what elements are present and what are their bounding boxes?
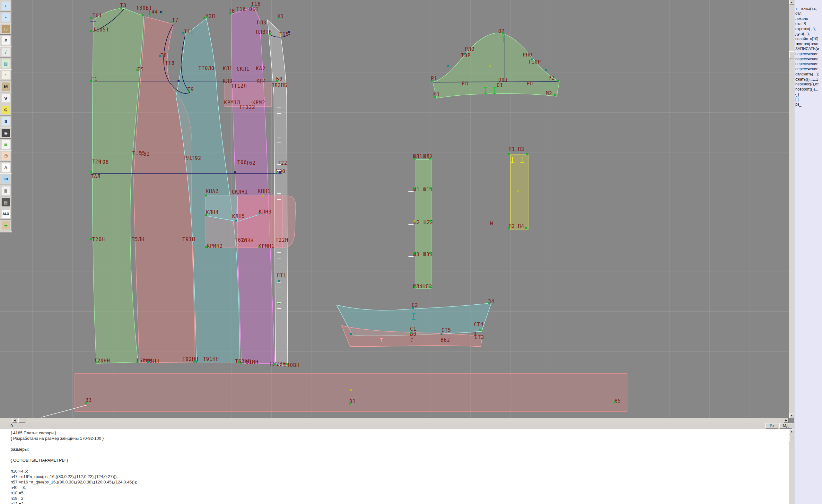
point-label: Т52 bbox=[140, 152, 150, 157]
scroll-up-icon[interactable]: ▲ bbox=[789, 0, 794, 5]
garment-sketch-icon[interactable]: Λ bbox=[0, 162, 12, 173]
tick-mark bbox=[408, 191, 414, 192]
point-marker bbox=[238, 361, 240, 363]
point-label: СТ5 bbox=[441, 328, 451, 333]
function-list-item[interactable]: сжать(()...1.1 bbox=[795, 77, 818, 81]
function-list-item[interactable]: ЗАПИСАТЬ(и bbox=[795, 47, 819, 51]
status-value: 0 bbox=[11, 424, 13, 428]
program-text-panel[interactable]: { 4165 Платье сафари }{ Разработано на р… bbox=[0, 429, 789, 504]
code-line: п18:=5; bbox=[11, 491, 25, 495]
point-marker bbox=[545, 69, 547, 71]
point-marker bbox=[429, 252, 431, 254]
point-label: ПЛ2ПБ bbox=[271, 83, 287, 88]
point-label: ПТ1 bbox=[277, 274, 287, 278]
grade-g-icon[interactable]: G bbox=[0, 104, 12, 115]
point-label: ВБ2 bbox=[441, 338, 450, 343]
function-list-item[interactable]: лекало bbox=[795, 16, 808, 21]
function-list-item[interactable]: пересечение bbox=[795, 57, 818, 61]
spec-table-icon[interactable]: ≡ bbox=[0, 139, 12, 150]
scroll-down-icon[interactable]: ▼ bbox=[789, 413, 794, 418]
3d-view-icon[interactable]: 3D bbox=[0, 173, 12, 185]
text-document-icon[interactable]: ≣ bbox=[0, 185, 12, 196]
point-marker bbox=[350, 333, 352, 335]
clear-icon[interactable]: → bbox=[0, 219, 12, 231]
point-marker bbox=[350, 389, 352, 391]
point-marker bbox=[90, 171, 92, 173]
zoom-in-icon[interactable]: + bbox=[0, 0, 12, 12]
image-icon: ▨ bbox=[2, 59, 10, 68]
scroll-right-icon[interactable]: ▶ bbox=[784, 418, 789, 423]
function-list-item[interactable]: = bbox=[795, 1, 798, 6]
canvas-vscrollbar[interactable]: ▲ ▼ bbox=[789, 0, 794, 418]
image-icon[interactable]: ▨ bbox=[0, 58, 12, 69]
point-marker bbox=[414, 252, 415, 254]
canvas-vscroll-thumb[interactable] bbox=[789, 51, 794, 58]
ibeam-mark bbox=[277, 303, 281, 309]
mode-md-button[interactable]: Мд bbox=[779, 423, 792, 429]
compass-icon[interactable]: V bbox=[0, 92, 12, 104]
point-marker bbox=[90, 238, 92, 240]
point-label: Т63Н bbox=[241, 238, 254, 243]
ruler-8-icon[interactable]: 8 bbox=[0, 115, 12, 127]
point-marker bbox=[120, 7, 122, 9]
piece-preview-icon[interactable]: ○ bbox=[0, 23, 12, 35]
canvas-hscrollbar[interactable]: ◀ ▶ bbox=[0, 418, 789, 423]
piece-pocket[interactable] bbox=[510, 155, 528, 229]
code-scroll-up-icon[interactable]: ▲ bbox=[789, 429, 794, 434]
scroll-left-icon[interactable]: ◀ bbox=[12, 418, 17, 423]
function-list-item[interactable]: [ ] bbox=[795, 97, 799, 101]
x-point-marker: × bbox=[277, 16, 279, 20]
model-photo-icon[interactable]: ☺ bbox=[0, 150, 12, 162]
point-marker bbox=[508, 153, 510, 155]
function-list-item[interactable]: отложить(,..); bbox=[795, 72, 819, 76]
point-marker bbox=[429, 220, 431, 222]
piece-outline-icon[interactable]: ◜ bbox=[0, 69, 12, 81]
model-photo-icon: ☺ bbox=[2, 152, 10, 160]
function-list-item[interactable]: перенос((),от bbox=[795, 82, 819, 86]
point-label: Т66 bbox=[237, 160, 247, 165]
code-vscroll-thumb[interactable] bbox=[789, 435, 794, 441]
function-list-item[interactable]: пересечение bbox=[795, 62, 818, 66]
point-marker bbox=[159, 55, 161, 57]
function-list-item[interactable]: :=метка(точк bbox=[795, 42, 818, 46]
tick-mark bbox=[408, 256, 414, 257]
function-list-item[interactable]: { } bbox=[795, 92, 799, 97]
function-list-item[interactable]: пересечение bbox=[795, 67, 818, 71]
function-list-item[interactable]: т:=точка(т.х; bbox=[795, 6, 817, 11]
point-label: Ш33 bbox=[423, 252, 433, 257]
point-marker bbox=[279, 171, 281, 173]
point-label: Т62 bbox=[246, 161, 256, 166]
point-marker bbox=[479, 329, 481, 331]
point-marker bbox=[531, 58, 533, 60]
function-list-item[interactable]: отрезок( , ); bbox=[795, 27, 816, 31]
function-list-item[interactable]: отл bbox=[795, 11, 801, 16]
code-vscrollbar[interactable]: ▲ bbox=[789, 429, 794, 504]
point-marker bbox=[288, 31, 290, 33]
print-icon[interactable]: ▤ bbox=[0, 196, 12, 208]
point-label: Т105Т bbox=[93, 28, 109, 32]
drafting-canvas[interactable]: Т3Т30БТТ44Т01Т105ТТ7Т5Т8ТТ8Т9Т11Г1Х2ПТ6Т… bbox=[0, 0, 789, 418]
function-list-item[interactable]: дуга(,..); bbox=[795, 31, 810, 36]
function-list-item[interactable]: рз_ bbox=[795, 102, 801, 107]
function-list-item[interactable]: отл_В bbox=[795, 21, 806, 26]
pattern-cad-window: Т3Т30БТТ44Т01Т105ТТ7Т5Т8ТТ8Т9Т11Г1Х2ПТ6Т… bbox=[0, 0, 822, 504]
function-list-item[interactable]: сплайн_к[10] bbox=[795, 37, 818, 41]
function-list-item[interactable]: пересечение bbox=[795, 52, 818, 56]
piece-m-icon[interactable]: M bbox=[0, 81, 12, 92]
point-label: РП bbox=[526, 81, 533, 86]
alg-document-icon[interactable]: ALG bbox=[0, 208, 12, 219]
function-list-item[interactable]: поворот(())... bbox=[795, 87, 818, 91]
grid-icon[interactable]: # bbox=[0, 35, 12, 46]
piece-belt[interactable] bbox=[75, 373, 627, 412]
point-marker bbox=[429, 187, 431, 189]
zoom-out-icon[interactable]: - bbox=[0, 12, 12, 23]
point-marker bbox=[90, 17, 92, 19]
point-label: Т92 bbox=[192, 156, 201, 161]
point-marker bbox=[188, 90, 190, 92]
canvas-hscroll-thumb[interactable] bbox=[18, 418, 25, 423]
point-label: Т55НН bbox=[143, 359, 159, 364]
measure-icon[interactable]: ∕ bbox=[0, 46, 12, 58]
camera-icon[interactable]: ◉ bbox=[0, 127, 12, 139]
mode-rz-button[interactable]: Рз bbox=[766, 423, 778, 429]
point-label: КНА2 bbox=[206, 189, 219, 194]
